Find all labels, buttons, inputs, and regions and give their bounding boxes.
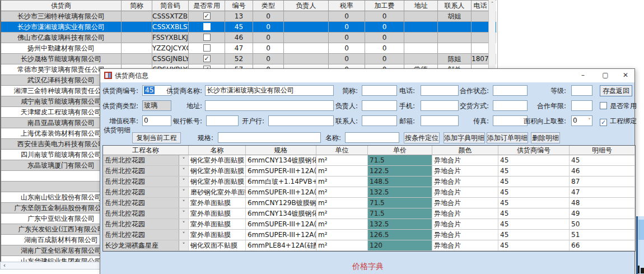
cell-detail_no[interactable]: 66	[570, 240, 635, 251]
cell-supplier_no[interactable]: 45	[498, 240, 570, 251]
cell-address[interactable]	[404, 22, 438, 32]
detail-row[interactable]: 岳州北控花园˅室外单面贴膜6mmSUPER-III+12A(硅...m²126.…	[103, 230, 635, 240]
cell-name[interactable]: 室外单面贴膜	[189, 219, 246, 230]
cell-type[interactable]: 0	[253, 32, 284, 43]
cell-manager[interactable]	[284, 22, 329, 32]
supplier-row[interactable]: 长沙市潇湘玻璃实业有限公司CSSXXBLSY...45000	[1, 22, 496, 32]
combo-arrow-icon[interactable]: ˅	[179, 240, 188, 250]
combo-arrow-icon[interactable]: ˅	[179, 198, 188, 208]
close-icon[interactable]: ✕	[617, 69, 634, 82]
cell-fee[interactable]: 0	[365, 22, 404, 32]
cell-unit[interactable]: m²	[316, 166, 368, 177]
project-binding-checkbox[interactable]: ✓工程绑定	[600, 116, 637, 126]
cell-manager[interactable]	[284, 54, 329, 64]
supplier-row[interactable]: 长沙晟格节能玻璃有限公司CSSGJNBLYXGS✓52000陈姐180751	[1, 54, 496, 64]
cell-short_name[interactable]	[122, 43, 152, 54]
combo-arrow-icon[interactable]: ˅	[179, 230, 188, 240]
cell-unit[interactable]: m²	[316, 208, 368, 219]
column-header-contact[interactable]: 联系人	[438, 1, 472, 11]
cell-detail_no[interactable]: 46	[570, 166, 635, 177]
cell-unit[interactable]: m²	[316, 240, 368, 251]
cell-manager[interactable]	[284, 43, 329, 54]
cell-code[interactable]: CSSSXTZBL...	[152, 11, 189, 22]
cell-code[interactable]: CSSXXBLSY...	[152, 22, 189, 32]
cell-color[interactable]: 异地合片	[432, 187, 498, 198]
cell-name[interactable]: 钢化室外单面贴膜	[189, 155, 246, 166]
cell-is_common[interactable]: ✓	[189, 11, 225, 22]
cell-project-combo[interactable]: 岳州北控花园˅	[103, 230, 189, 240]
cell-supplier_no[interactable]: 45	[498, 187, 570, 198]
cell-spec[interactable]: 6mmSUPER-III+12A(硅...	[246, 166, 316, 177]
cell-phone[interactable]	[472, 22, 489, 32]
cell-name[interactable]: 室外单面贴膜	[189, 208, 246, 219]
cell-supplier_no[interactable]: 45	[498, 208, 570, 219]
column-header-short_name[interactable]: 简称	[122, 1, 152, 11]
cell-project-combo[interactable]: 岳州北控花园˅	[103, 166, 189, 177]
cell-supplier_no[interactable]: 45	[498, 177, 570, 187]
cell-manager[interactable]	[284, 11, 329, 22]
cell-supplier[interactable]: 佛山市亿鑫玻璃科技有限公司	[1, 32, 122, 43]
cell-supplier[interactable]: 长沙市三湘特种玻璃有限公司	[1, 11, 122, 22]
combo-arrow-icon[interactable]: ˅	[179, 187, 188, 197]
cell-spec[interactable]: 6mmCNY134镀膜钢化	[246, 155, 316, 166]
cell-detail_no[interactable]: 47	[570, 187, 635, 198]
cell-tax_rate[interactable]: 0	[329, 11, 365, 22]
cell-contact[interactable]: 陈姐	[438, 54, 472, 64]
cell-contact[interactable]: 胡姐	[438, 11, 472, 22]
scroll-up-icon[interactable]: ˄	[489, 0, 496, 8]
column-header-is_common[interactable]: 是否常用	[189, 1, 225, 11]
cell-address[interactable]	[404, 54, 438, 64]
cell-type[interactable]: 0	[253, 11, 284, 22]
cell-color[interactable]: 异地合片	[432, 230, 498, 240]
scroll-left-icon[interactable]: ‹	[1, 262, 8, 269]
cell-tax_rate[interactable]: 0	[329, 43, 365, 54]
cell-project-combo[interactable]: 岳州北控花园˅	[103, 177, 189, 187]
grid-column-header-unit[interactable]: 单位	[316, 146, 368, 155]
detail-row[interactable]: 岳州北控花园˅钢化室外单面贴膜6mmSUPER-III+12A(硅...m²12…	[103, 166, 635, 177]
column-header-type[interactable]: 类型	[253, 1, 284, 11]
cell-name[interactable]: 钢化室外单面贴膜	[189, 177, 246, 187]
combo-arrow-icon[interactable]: ˅	[179, 208, 188, 219]
cell-name[interactable]: 钢化双面不贴膜	[189, 240, 246, 251]
column-header-address[interactable]: 地址	[404, 1, 438, 11]
cell-spec[interactable]: 6mmSUPER-III+12A(硅...	[246, 230, 316, 240]
cell-is_common[interactable]	[189, 32, 225, 43]
cell-price[interactable]: 148.5	[368, 177, 432, 187]
locate-button[interactable]: 按条件定位	[404, 132, 440, 143]
detail-row[interactable]: 岳州北控花园˅室外单面贴膜6mmCNY134镀膜钢化m²71.5异地合片4549	[103, 208, 635, 219]
cell-spec[interactable]: 6mmPLE84+12A(硅酮胶...	[246, 240, 316, 251]
is-common-checkbox[interactable]: 是否常用	[600, 101, 637, 111]
cell-fee[interactable]: 0	[365, 43, 404, 54]
cell-unit[interactable]: m²	[316, 230, 368, 240]
detail-row[interactable]: 岳州北控花园˅钢化室外单面贴膜6mm白玻+1.14PVB+6mm...m²148…	[103, 177, 635, 187]
cell-name[interactable]: 钢化室外单面贴膜	[189, 166, 246, 177]
cell-id[interactable]: 13	[225, 11, 253, 22]
detail-row[interactable]: 岳州北控花园˅磨砂钢化室外单面贴膜6mmSUPER-III+12A(硅...m²…	[103, 187, 635, 198]
cell-supplier[interactable]: 扬州中勤建材有限公司	[1, 43, 122, 54]
cell-type[interactable]: 0	[253, 43, 284, 54]
name-filter-input[interactable]	[345, 132, 399, 143]
cell-tax_rate[interactable]: 0	[329, 22, 365, 32]
cell-short_name[interactable]	[122, 22, 152, 32]
cell-contact[interactable]	[438, 32, 472, 43]
cell-id[interactable]: 47	[225, 43, 253, 54]
cell-price[interactable]: 132.5	[368, 219, 432, 230]
combo-arrow-icon[interactable]: ˅	[179, 155, 188, 165]
cell-supplier_no[interactable]: 45	[498, 230, 570, 240]
spec-filter-input[interactable]	[218, 132, 321, 143]
cell-spec[interactable]: 6mmCNY134镀膜钢化	[246, 208, 316, 219]
column-header-manager[interactable]: 负责人	[284, 1, 329, 11]
maximize-icon[interactable]: ▢	[596, 69, 614, 82]
cell-price[interactable]: 126.5	[368, 230, 432, 240]
combo-arrow-icon[interactable]: ˅	[179, 166, 188, 176]
checkbox-checked-icon[interactable]: ✓	[203, 55, 211, 62]
grid-column-header-color[interactable]: 颜色	[432, 146, 498, 155]
cell-detail_no[interactable]: 87	[570, 177, 635, 187]
cell-is_common[interactable]	[189, 22, 225, 32]
cell-id[interactable]: 52	[225, 54, 253, 64]
grid-column-header-detail_no[interactable]: 明细号	[570, 146, 635, 155]
grid-column-header-name[interactable]: 名称	[189, 146, 246, 155]
cell-project-combo[interactable]: 岳州北控花园˅	[103, 198, 189, 208]
cell-price[interactable]: 132.5	[368, 187, 432, 198]
supplier-name-field[interactable]: 长沙市潇湘玻璃实业有限公司	[205, 85, 334, 96]
